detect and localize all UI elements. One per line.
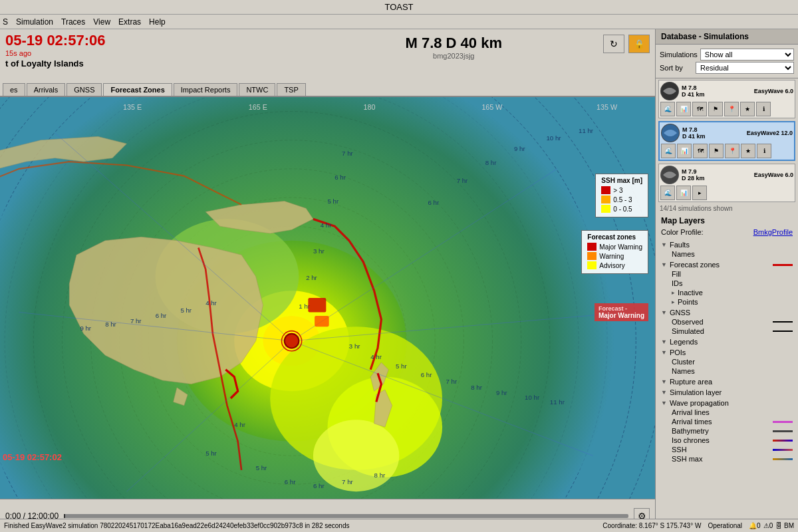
forecast-warning-value: Major Warning [598, 312, 644, 319]
tab-bar: es Arrivals GNSS Forecast Zones Impact R… [0, 81, 655, 97]
sim3-icon-more[interactable]: ▸ [692, 186, 707, 200]
sim1-name: EasyWave 6.0 [708, 88, 793, 94]
tab-gnss[interactable]: GNSS [66, 83, 102, 96]
menubar: S Simulation Traces View Extras Help [0, 15, 798, 29]
status-bar: Finished EasyWave2 simulation 7802202451… [0, 519, 798, 532]
status-coordinates: Coordinate: 8.167° S 175.743° W [602, 522, 701, 529]
layer-simulation: ▼ Simulation layer [661, 388, 793, 397]
tab-tsp[interactable]: TSP [277, 83, 305, 96]
ssh-legend: SSH max [m] > 3 0.5 - 3 0 - 0.5 [595, 174, 648, 217]
sort-by-select[interactable]: Residual [696, 62, 794, 74]
forecast-legend-title: Forecast zones [587, 233, 642, 241]
sim-item-2[interactable]: M 7.8 D 41 km EasyWave2 12.0 🌊 📊 🗺 ⚑ 📍 ★… [658, 121, 795, 161]
ssh-label-1: > 3 [613, 187, 622, 194]
sim2-icon-info[interactable]: ℹ [757, 144, 771, 158]
sim1-icon-map[interactable]: 🗺 [692, 102, 707, 116]
svg-text:9 hr: 9 hr [514, 145, 525, 152]
layer-forecast-zones-header[interactable]: ▼ Forecast zones [661, 260, 793, 269]
layer-faults-header[interactable]: ▼ Faults [661, 240, 793, 249]
sort-by-label: Sort by [660, 64, 693, 72]
simulations-select[interactable]: Show all [700, 49, 794, 61]
svg-text:11 hr: 11 hr [579, 127, 594, 134]
forecast-color-3 [587, 261, 597, 269]
svg-text:5 hr: 5 hr [180, 307, 192, 314]
sim1-icon-info[interactable]: ℹ [756, 102, 771, 116]
svg-text:5 hr: 5 hr [328, 198, 339, 205]
layer-ssh: SSH [661, 445, 793, 454]
forecast-label-3: Advisory [599, 262, 624, 269]
sim3-depth: D 28 km [682, 175, 705, 182]
color-profile-value[interactable]: BmkgProfile [753, 228, 793, 236]
svg-text:6 hr: 6 hr [334, 174, 346, 181]
ssh-row-1: > 3 [601, 186, 642, 194]
sim3-icon-wave[interactable]: 🌊 [660, 186, 675, 200]
layer-wave-propagation-header[interactable]: ▼ Wave propagation [661, 398, 793, 408]
sim2-icon-pin[interactable]: 📍 [725, 144, 739, 158]
tab-ntwc[interactable]: NTWC [239, 83, 275, 96]
color-profile-label: Color Profile: [661, 228, 704, 236]
svg-point-20 [313, 420, 399, 491]
refresh-button[interactable]: ↻ [603, 35, 624, 53]
sim3-name: EasyWave 6.0 [708, 172, 793, 178]
layer-rupture-header[interactable]: ▼ Rupture area [661, 377, 793, 386]
svg-text:9 hr: 9 hr [496, 389, 507, 396]
svg-text:5 hr: 5 hr [205, 450, 217, 457]
chevron-points: ▸ [672, 299, 675, 305]
gnss-simulated-color [773, 331, 793, 332]
sim2-icon-chart[interactable]: 📊 [677, 144, 692, 158]
layer-wave-propagation: ▼ Wave propagation Arrival lines Arrival… [661, 398, 793, 464]
menu-view[interactable]: View [93, 17, 110, 27]
layer-gnss-header[interactable]: ▼ GNSS [661, 308, 793, 317]
svg-text:4 hr: 4 hr [370, 353, 382, 360]
layer-pois-header[interactable]: ▼ POIs [661, 348, 793, 357]
layer-legends: ▼ Legends [661, 337, 793, 346]
sim1-icon-star[interactable]: ★ [740, 102, 755, 116]
panel-collapse-button[interactable]: ◀ [655, 82, 656, 109]
svg-text:7 hr: 7 hr [130, 317, 142, 325]
svg-text:7 hr: 7 hr [457, 177, 468, 184]
event-time: 05-19 02:57:06 [5, 32, 305, 49]
menu-simulation[interactable]: Simulation [16, 17, 53, 27]
svg-text:7 hr: 7 hr [342, 150, 353, 157]
sim-item-1[interactable]: M 7.8 D 41 km EasyWave 6.0 🌊 📊 🗺 ⚑ 📍 ★ ℹ [658, 80, 795, 118]
sim1-icon-flag[interactable]: ⚑ [708, 102, 723, 116]
chevron-legends: ▼ [661, 338, 667, 345]
menu-s[interactable]: S [3, 17, 8, 27]
forecast-row-3: Advisory [587, 261, 642, 269]
layer-wave-propagation-label: Wave propagation [670, 399, 729, 407]
map-canvas[interactable]: 1 hr 2 hr 3 hr 4 hr 5 hr 6 hr 7 hr 3 hr … [0, 97, 655, 499]
tab-arrivals[interactable]: Arrivals [27, 83, 66, 96]
sim1-icon-chart[interactable]: 📊 [676, 102, 691, 116]
layer-legends-header[interactable]: ▼ Legends [661, 337, 793, 346]
ssh-max-color [773, 458, 793, 460]
menu-extras[interactable]: Extras [118, 17, 141, 27]
layer-pois: ▼ POIs Cluster Names [661, 348, 793, 376]
sim1-icon-pin[interactable]: 📍 [724, 102, 739, 116]
status-icons: 🔔0 ⚠0 🗄 BM [749, 522, 794, 529]
sim2-icon-map[interactable]: 🗺 [693, 144, 708, 158]
layer-gnss-observed: Observed [661, 317, 793, 327]
sim-icon-1 [660, 82, 679, 100]
sim2-icon-wave[interactable]: 🌊 [661, 144, 676, 158]
layer-simulation-header[interactable]: ▼ Simulation layer [661, 388, 793, 397]
svg-text:135 E: 135 E [123, 103, 142, 111]
forecast-row-2: Warning [587, 252, 642, 260]
sim2-icon-star[interactable]: ★ [741, 144, 755, 158]
svg-text:8 hr: 8 hr [374, 471, 386, 479]
event-id: bmg2023jsjg [305, 52, 604, 60]
tab-es[interactable]: es [3, 83, 25, 96]
sim2-icon-flag[interactable]: ⚑ [709, 144, 724, 158]
tab-impact-reports[interactable]: Impact Reports [174, 83, 238, 96]
layer-faults-names: Names [661, 249, 793, 259]
lock-button[interactable]: 🔒 [628, 35, 650, 53]
time-slider[interactable] [64, 514, 628, 518]
menu-help[interactable]: Help [149, 17, 166, 27]
svg-text:165 E: 165 E [249, 103, 267, 111]
menu-traces[interactable]: Traces [61, 17, 85, 27]
layer-gnss: ▼ GNSS Observed Simulated [661, 308, 793, 336]
sim1-icon-wave[interactable]: 🌊 [660, 102, 675, 116]
svg-text:11 hr: 11 hr [550, 398, 565, 406]
tab-forecast-zones[interactable]: Forecast Zones [103, 83, 172, 96]
sim3-icon-chart[interactable]: 📊 [676, 186, 691, 200]
sim-item-3[interactable]: M 7.9 D 28 km EasyWave 6.0 🌊 📊 ▸ [658, 164, 795, 202]
